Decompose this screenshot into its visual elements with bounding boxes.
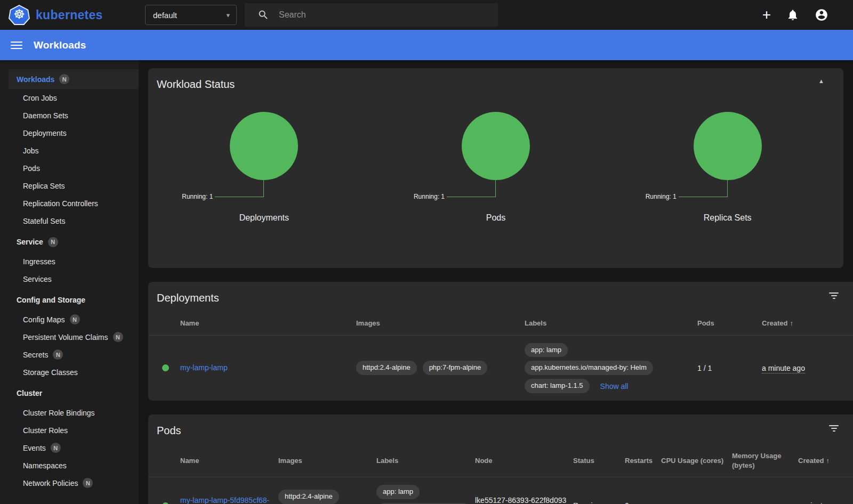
new-badge: N [53,349,63,360]
sidebar-item-workloads[interactable]: WorkloadsN [9,69,139,89]
filter-list-icon[interactable] [827,290,841,301]
brand-wordmark: kubernetes [36,8,103,22]
sidebar-item-cron-jobs[interactable]: Cron Jobs [0,89,139,107]
sidebar-item-label: Replica Sets [23,182,65,190]
collapse-up-icon[interactable]: ▲ [816,76,826,86]
status-ok-icon [162,502,169,504]
namespace-selected-value: default [153,11,177,20]
column-header-created[interactable]: Created↑ [762,312,853,335]
sidebar-item-services[interactable]: Services [0,270,139,288]
page-title: Workloads [34,39,86,51]
kubernetes-dashboard: ☸ kubernetes default ▾ + Workloads [0,0,853,504]
column-header-created[interactable]: Created↑ [798,449,853,473]
callout-line [447,197,496,197]
sidebar-item-events[interactable]: EventsN [0,439,139,457]
sidebar-item-label: Storage Classes [23,368,78,377]
new-badge: N [59,74,69,84]
new-badge: N [113,332,123,342]
column-header-restarts[interactable]: Restarts [625,449,661,473]
restarts-cell: 0 [625,494,661,504]
pie-callout-label: Running: 1 [182,193,213,200]
column-header-status[interactable]: Status [573,449,625,473]
column-header-pods[interactable]: Pods [697,312,762,335]
sidebar-item-label: Cluster [17,389,42,397]
column-header-memory-usage-bytes[interactable]: Memory Usage (bytes) [732,444,798,477]
sidebar-item-stateful-sets[interactable]: Stateful Sets [0,212,139,230]
brand-home-link[interactable]: ☸ kubernetes [0,5,145,25]
images-cell: httpd:2.4-alpinephp:7-fpm-alpine [356,353,525,383]
sidebar-item-label: Workloads [17,75,54,84]
filter-list-icon[interactable] [827,423,841,434]
pod-name-link[interactable]: my-lamp-lamp-5fd985cf68-jwvz4 [180,495,271,504]
sidebar-item-namespaces[interactable]: Namespaces [0,457,139,474]
new-badge: N [70,314,80,324]
pods-card: Pods NameImagesLabelsNodeStatusRestartsC… [148,414,853,504]
sidebar-item-storage-classes[interactable]: Storage Classes [0,363,139,381]
topbar-actions: + [762,8,828,22]
status-ok-icon [162,364,169,371]
pie-callout-label: Running: 1 [646,193,677,200]
sidebar-item-cluster-roles[interactable]: Cluster Roles [0,421,139,439]
pods-table: NameImagesLabelsNodeStatusRestartsCPU Us… [148,444,853,504]
column-header-status [148,454,180,468]
sidebar-item-replica-sets[interactable]: Replica Sets [0,177,139,194]
column-header-images[interactable]: Images [356,312,525,335]
sidebar-item-jobs[interactable]: Jobs [0,142,139,159]
create-resource-button[interactable]: + [762,9,771,21]
sidebar-item-persistent-volume-claims[interactable]: Persistent Volume ClaimsN [0,328,139,346]
namespace-selector[interactable]: default ▾ [145,5,237,25]
sidebar-item-deployments[interactable]: Deployments [0,124,139,142]
sidebar-item-cluster[interactable]: Cluster [0,383,139,404]
search-bar[interactable] [245,3,498,27]
hamburger-menu-icon[interactable] [11,42,22,49]
column-header-node[interactable]: Node [475,449,573,473]
sidebar-item-config-maps[interactable]: Config MapsN [0,311,139,328]
workload-status-title: Workload Status [157,78,235,91]
column-header-images[interactable]: Images [278,449,376,473]
label-chip: app: lamp [525,343,568,357]
sidebar-item-pods[interactable]: Pods [0,159,139,177]
labels-cell: app: lampapp.kubernetes.io/managed-by: H… [525,336,697,401]
top-app-bar: ☸ kubernetes default ▾ + [0,0,853,30]
pods-header-row: NameImagesLabelsNodeStatusRestartsCPU Us… [148,444,853,477]
name-cell: my-lamp-lamp-5fd985cf68-jwvz4 [180,488,278,504]
column-header-cpu-usage-cores[interactable]: CPU Usage (cores) [661,449,732,473]
column-header-name[interactable]: Name [180,312,356,335]
pie-chart-deployments [230,112,298,180]
created-cell: a minute ago [762,356,853,380]
sidebar-item-cluster-role-bindings[interactable]: Cluster Role Bindings [0,404,139,421]
deployments-card: Deployments NameImagesLabelsPodsCreated↑… [148,282,853,401]
sidebar-item-network-policies[interactable]: Network PoliciesN [0,474,139,492]
account-circle-icon[interactable] [815,8,828,22]
sidebar-item-label: Config Maps [23,315,65,324]
column-header-name[interactable]: Name [180,449,278,473]
sidebar-item-label: Daemon Sets [23,111,68,120]
status-cell [148,357,180,379]
column-header-labels[interactable]: Labels [525,312,697,335]
sidebar-item-label: Network Policies [23,479,78,487]
sidebar-nav: WorkloadsNCron JobsDaemon SetsDeployment… [0,60,139,504]
notifications-bell-icon[interactable] [786,9,799,21]
created-cell: a minute ago [798,494,853,504]
sidebar-item-label: Secrets [23,351,48,359]
column-header-labels[interactable]: Labels [376,449,475,473]
sidebar-item-service[interactable]: ServiceN [0,231,139,253]
sidebar-item-secrets[interactable]: SecretsN [0,346,139,363]
memory-usage-cell: - [732,494,798,504]
workload-chart-pods: Running: 1Pods [380,112,612,234]
sidebar-item-ingresses[interactable]: Ingresses [0,253,139,270]
image-chip: php:7-fpm-alpine [423,361,488,375]
node-name: lke55127-86393-622f8d09399a [475,496,566,504]
pie-chart-pods [462,112,530,180]
show-all-link[interactable]: Show all [600,382,629,391]
sidebar-item-replication-controllers[interactable]: Replication Controllers [0,194,139,212]
sidebar-item-config-and-storage[interactable]: Config and Storage [0,289,139,311]
name-cell: my-lamp-lamp [180,355,356,380]
callout-line [263,180,264,197]
search-input[interactable] [279,10,481,20]
sidebar-item-label: Cluster Role Bindings [23,409,95,417]
deployment-name-link[interactable]: my-lamp-lamp [180,363,228,373]
arrow-up-icon: ↑ [790,319,793,327]
sidebar-item-daemon-sets[interactable]: Daemon Sets [0,107,139,124]
new-badge: N [83,478,93,488]
